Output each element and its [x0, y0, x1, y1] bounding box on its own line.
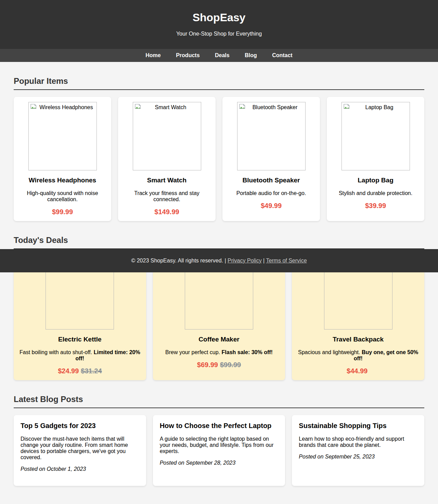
- product-image-broken: Smart Watch: [133, 102, 201, 170]
- image-alt-text: Smart Watch: [133, 102, 201, 111]
- deal-price: $44.99: [297, 367, 419, 375]
- deal-description-text: Brew your perfect cup.: [165, 349, 220, 355]
- product-card: Laptop Bag Laptop Bag Stylish and durabl…: [327, 97, 424, 221]
- nav-link-home[interactable]: Home: [145, 52, 160, 58]
- deals-grid: Electric Kettle Electric Kettle Fast boi…: [14, 256, 424, 380]
- blog-post-excerpt: Learn how to shop eco-friendly and suppo…: [299, 436, 417, 448]
- deal-price: $69.99$99.99: [158, 361, 280, 369]
- product-price: $39.99: [332, 202, 419, 210]
- product-image-broken: Bluetooth Speaker: [237, 102, 306, 170]
- deal-name: Travel Backpack: [297, 336, 419, 343]
- deal-price-current: $69.99: [197, 361, 218, 369]
- blog-post-date: Posted on September 28, 2023: [160, 460, 279, 466]
- product-price: $149.99: [123, 208, 210, 216]
- broken-image-icon: [344, 104, 350, 109]
- blog-post-title: Top 5 Gadgets for 2023: [21, 422, 139, 430]
- blog-post-date: Posted on October 1, 2023: [21, 466, 139, 472]
- site-footer: © 2023 ShopEasy. All rights reserved. | …: [0, 249, 438, 272]
- product-description: High-quality sound with noise cancellati…: [19, 190, 106, 203]
- blog-post-date: Posted on September 25, 2023: [299, 454, 417, 460]
- blog-post-excerpt: Discover the must-have tech items that w…: [21, 436, 139, 461]
- blog-section: Latest Blog Posts Top 5 Gadgets for 2023…: [14, 395, 424, 486]
- deal-promo-text: Buy one, get one 50% off!: [354, 349, 418, 361]
- nav-link-contact[interactable]: Contact: [272, 52, 293, 58]
- popular-items-section: Popular Items Wireless Headphones Wirele…: [14, 76, 424, 221]
- product-card: Bluetooth Speaker Bluetooth Speaker Port…: [222, 97, 320, 221]
- broken-image-icon: [135, 104, 141, 109]
- deal-name: Coffee Maker: [158, 336, 280, 343]
- deal-description: Brew your perfect cup. Flash sale: 30% o…: [158, 349, 280, 356]
- nav-link-products[interactable]: Products: [176, 52, 199, 58]
- image-alt-text: Wireless Headphones: [29, 102, 96, 111]
- deal-promo-text: Flash sale: 30% off!: [222, 349, 273, 355]
- blog-post-title: How to Choose the Perfect Laptop: [160, 422, 279, 430]
- blog-heading: Latest Blog Posts: [14, 395, 424, 408]
- product-price: $49.99: [228, 202, 315, 210]
- product-description: Stylish and durable protection.: [332, 190, 419, 196]
- deal-description: Fast boiling with auto shut-off. Limited…: [19, 349, 141, 362]
- product-card: Wireless Headphones Wireless Headphones …: [14, 97, 111, 221]
- image-alt-text: Bluetooth Speaker: [237, 102, 305, 111]
- deal-price: $24.99$31.24: [19, 367, 141, 375]
- blog-post-title: Sustainable Shopping Tips: [299, 422, 417, 430]
- product-price: $99.99: [19, 208, 106, 216]
- product-card: Smart Watch Smart Watch Track your fitne…: [118, 97, 216, 221]
- product-name: Laptop Bag: [332, 177, 419, 184]
- deal-name: Electric Kettle: [19, 336, 141, 343]
- blog-post-card: How to Choose the Perfect Laptop A guide…: [153, 415, 285, 486]
- deal-description-text: Fast boiling with auto shut-off.: [20, 349, 92, 355]
- footer-separator: |: [224, 258, 226, 263]
- site-tagline: Your One-Stop Shop for Everything: [0, 31, 438, 37]
- blog-post-card: Sustainable Shopping Tips Learn how to s…: [292, 415, 424, 486]
- main-nav: Home Products Deals Blog Contact: [0, 49, 438, 62]
- deal-description-text: Spacious and lightweight.: [298, 349, 360, 355]
- footer-link-privacy-policy[interactable]: Privacy Policy: [228, 258, 262, 263]
- footer-link-terms-of-service[interactable]: Terms of Service: [266, 258, 307, 263]
- blog-post-card: Top 5 Gadgets for 2023 Discover the must…: [14, 415, 146, 486]
- deal-card: Electric Kettle Electric Kettle Fast boi…: [14, 256, 146, 380]
- nav-link-blog[interactable]: Blog: [245, 52, 257, 58]
- popular-items-grid: Wireless Headphones Wireless Headphones …: [14, 97, 424, 221]
- product-description: Portable audio for on-the-go.: [228, 190, 315, 196]
- product-description: Track your fitness and stay connected.: [123, 190, 210, 203]
- blog-post-excerpt: A guide to selecting the right laptop ba…: [160, 436, 279, 454]
- product-image-broken: Wireless Headphones: [28, 102, 97, 170]
- blog-grid: Top 5 Gadgets for 2023 Discover the must…: [14, 415, 424, 486]
- deal-price-current: $24.99: [58, 367, 79, 375]
- deal-price-old: $99.99: [220, 361, 241, 369]
- product-image-broken: Laptop Bag: [342, 102, 410, 170]
- deals-heading: Today's Deals: [14, 235, 424, 249]
- footer-separator: |: [263, 258, 265, 263]
- product-name: Bluetooth Speaker: [228, 177, 315, 184]
- footer-copyright: © 2023 ShopEasy. All rights reserved.: [131, 258, 223, 263]
- image-alt-text: Laptop Bag: [342, 102, 410, 111]
- broken-image-icon: [30, 104, 37, 109]
- product-name: Smart Watch: [123, 177, 210, 184]
- deal-price-old: $31.24: [81, 367, 102, 375]
- broken-image-icon: [239, 104, 245, 109]
- deal-card: Travel Backpack Travel Backpack Spacious…: [292, 256, 424, 380]
- main-content: Popular Items Wireless Headphones Wirele…: [14, 76, 424, 486]
- nav-link-deals[interactable]: Deals: [215, 52, 230, 58]
- popular-items-heading: Popular Items: [14, 76, 424, 90]
- site-header: ShopEasy Your One-Stop Shop for Everythi…: [0, 0, 438, 49]
- product-name: Wireless Headphones: [19, 177, 106, 184]
- deal-card: Coffee Maker Coffee Maker Brew your perf…: [153, 256, 285, 380]
- deal-description: Spacious and lightweight. Buy one, get o…: [297, 349, 419, 362]
- site-title: ShopEasy: [0, 11, 438, 24]
- deal-price-current: $44.99: [347, 367, 368, 375]
